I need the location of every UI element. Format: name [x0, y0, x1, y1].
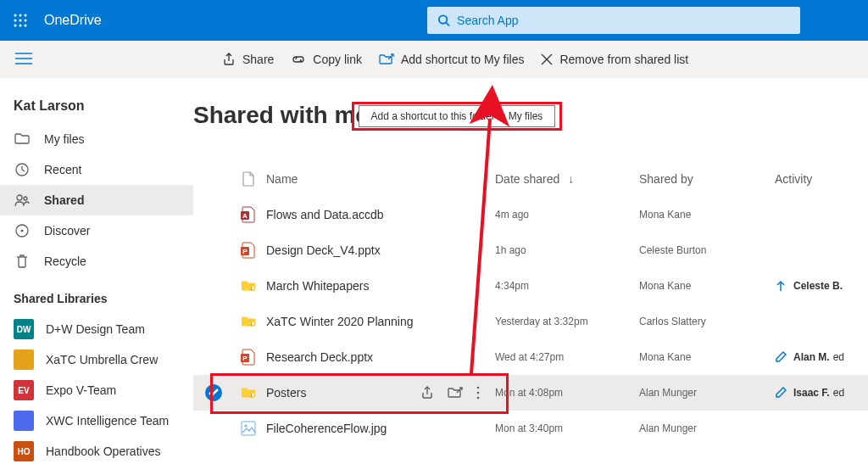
file-icon-header	[231, 171, 266, 187]
copy-link-button[interactable]: Copy link	[282, 41, 370, 78]
svg-point-8	[25, 25, 27, 27]
discover-icon	[14, 223, 31, 238]
svg-point-9	[439, 15, 447, 23]
sort-descending-icon: ↓	[568, 172, 574, 186]
row-shared-by: Alan Munger	[639, 387, 775, 399]
svg-point-41	[250, 321, 255, 327]
nav-recycle[interactable]: Recycle	[0, 246, 193, 277]
library-item[interactable]: XWC Intelligence Team	[0, 405, 193, 436]
table-row[interactable]: AFlows and Data.accdb4m agoMona Kane	[193, 197, 868, 232]
library-label: XaTC Umbrella Crew	[46, 353, 158, 366]
row-date: 1h ago	[495, 244, 639, 256]
sidebar: Kat Larson My files Recent Shared Discov…	[0, 78, 193, 464]
access-file-icon: A	[231, 206, 266, 223]
svg-point-1	[19, 14, 22, 17]
col-name-header[interactable]: Name	[266, 172, 495, 186]
library-tile-icon: DW	[14, 319, 34, 339]
table-header: Name Date shared ↓ Shared by Activity	[193, 161, 868, 197]
library-item[interactable]: HOHandbook Operatives	[0, 436, 193, 464]
svg-text:A: A	[242, 212, 248, 220]
col-sharedby-header[interactable]: Shared by	[639, 172, 775, 186]
row-name[interactable]: XaTC Winter 2020 Planning	[266, 315, 495, 328]
table-row[interactable]: PostersMon at 4:08pmAlan MungerIsaac F.e…	[193, 375, 868, 411]
svg-point-4	[19, 20, 22, 22]
nav-my-files[interactable]: My files	[0, 124, 193, 154]
activity-edit-icon	[775, 387, 787, 399]
nav-discover[interactable]: Discover	[0, 215, 193, 246]
svg-point-18	[17, 195, 22, 200]
app-header: OneDrive	[0, 0, 868, 41]
close-icon	[541, 53, 553, 65]
nav-recent[interactable]: Recent	[0, 154, 193, 185]
svg-point-42	[251, 322, 253, 324]
svg-point-0	[14, 14, 17, 17]
svg-point-57	[477, 392, 480, 394]
people-icon	[14, 193, 31, 207]
row-shortcut-icon[interactable]	[448, 386, 463, 400]
library-item[interactable]: XaTC Umbrella Crew	[0, 344, 193, 375]
search-icon	[437, 14, 450, 27]
svg-point-2	[25, 14, 27, 17]
svg-point-21	[21, 230, 24, 232]
row-name[interactable]: March Whitepapers	[266, 279, 495, 293]
remove-from-shared-button[interactable]: Remove from shared list	[532, 41, 697, 78]
app-launcher-button[interactable]	[0, 0, 41, 41]
library-item[interactable]: DWD+W Design Team	[0, 314, 193, 344]
app-name: OneDrive	[44, 13, 102, 28]
svg-rect-59	[242, 422, 255, 435]
svg-point-34	[250, 286, 255, 291]
folder-file-icon	[231, 313, 266, 330]
svg-line-10	[446, 23, 449, 26]
library-label: XWC Intelligence Team	[46, 414, 169, 428]
selection-check-icon[interactable]	[205, 384, 222, 401]
row-name[interactable]: Flows and Data.accdb	[266, 208, 495, 221]
svg-point-54	[251, 394, 253, 395]
hamburger-button[interactable]	[15, 53, 32, 67]
svg-point-58	[477, 397, 480, 400]
nav-shared[interactable]: Shared	[0, 185, 193, 215]
row-activity: Alan M.ed	[775, 351, 868, 363]
row-date: Wed at 4:27pm	[495, 351, 639, 363]
row-name[interactable]: Research Deck.pptx	[266, 350, 495, 364]
svg-point-3	[14, 20, 17, 22]
row-name[interactable]: Posters	[266, 386, 495, 400]
link-icon	[291, 53, 306, 66]
library-label: Handbook Operatives	[46, 444, 160, 458]
svg-text:P: P	[242, 355, 248, 362]
library-label: Expo V-Team	[46, 383, 116, 397]
search-input[interactable]	[457, 14, 790, 27]
svg-point-60	[245, 425, 248, 428]
share-icon	[222, 53, 236, 66]
row-shared-by: Alan Munger	[639, 422, 775, 434]
table-row[interactable]: FileCoherenceFlow.jpgMon at 3:40pmAlan M…	[193, 411, 868, 446]
svg-point-5	[25, 20, 27, 22]
row-name[interactable]: FileCoherenceFlow.jpg	[266, 422, 495, 435]
table-row[interactable]: PDesign Deck_V4.pptx1h agoCeleste Burton	[193, 232, 868, 268]
shared-libraries-header: Shared Libraries	[0, 277, 193, 314]
add-shortcut-tooltip: Add a shortcut to this folder in My file…	[359, 105, 555, 127]
svg-point-7	[19, 25, 22, 27]
row-more-icon[interactable]	[476, 386, 480, 400]
row-date: 4:34pm	[495, 280, 639, 292]
svg-point-53	[250, 393, 255, 398]
add-shortcut-icon	[379, 53, 394, 66]
share-button[interactable]: Share	[214, 41, 282, 78]
row-shared-by: Mona Kane	[639, 209, 775, 221]
svg-point-35	[251, 287, 253, 288]
clock-icon	[14, 162, 31, 177]
table-row[interactable]: XaTC Winter 2020 PlanningYesterday at 3:…	[193, 304, 868, 339]
row-shared-by: Mona Kane	[639, 280, 775, 292]
table-row[interactable]: PResearch Deck.pptxWed at 4:27pmMona Kan…	[193, 339, 868, 375]
svg-point-56	[477, 387, 480, 389]
search-box[interactable]	[427, 7, 800, 34]
col-activity-header[interactable]: Activity	[775, 172, 868, 186]
row-share-icon[interactable]	[420, 386, 434, 400]
trash-icon	[14, 254, 31, 269]
row-name[interactable]: Design Deck_V4.pptx	[266, 243, 495, 257]
add-shortcut-button[interactable]: Add shortcut to My files	[370, 41, 533, 78]
col-date-header[interactable]: Date shared ↓	[495, 172, 639, 186]
library-item[interactable]: EVExpo V-Team	[0, 375, 193, 405]
folder-file-icon	[231, 384, 266, 401]
activity-share-icon	[775, 280, 787, 292]
table-row[interactable]: March Whitepapers4:34pmMona KaneCeleste …	[193, 268, 868, 304]
